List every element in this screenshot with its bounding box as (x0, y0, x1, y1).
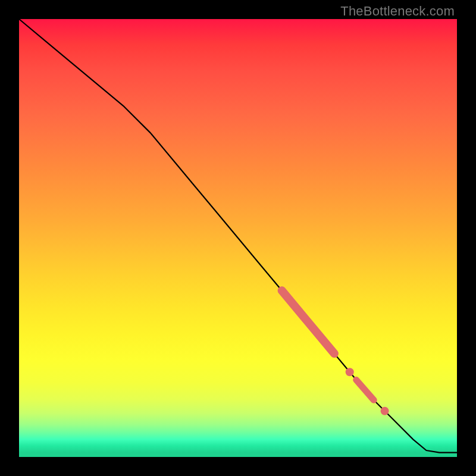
highlight-segment (356, 380, 374, 400)
highlight-segment (282, 290, 334, 353)
chart-svg (19, 19, 457, 457)
highlight-dot (346, 368, 354, 376)
bottleneck-curve-line (19, 19, 457, 453)
highlight-group (282, 290, 389, 415)
highlight-dot (381, 407, 389, 415)
plot-area (19, 19, 457, 457)
attribution-text: TheBottleneck.com (340, 4, 455, 19)
chart-stage: TheBottleneck.com (0, 0, 476, 476)
